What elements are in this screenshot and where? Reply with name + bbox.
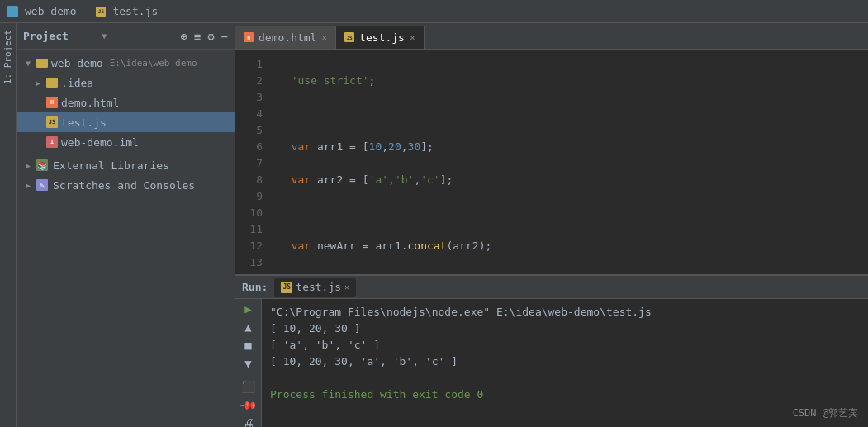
tree-label-scratches: Scratches and Consoles [53,179,195,192]
code-line-4: var arr2 = ['a','b','c']; [278,172,858,188]
tab-icon-js: JS [344,32,354,42]
wrap-button[interactable]: ⬛ [240,380,258,393]
folder-icon-webdemo [36,59,48,68]
project-panel: Project ▼ ⊕ ≡ ⚙ − ▼ web-demo E:\idea\web… [17,23,235,427]
line-numbers: 1 2 3 4 5 6 7 8 9 10 11 12 13 [235,50,268,274]
arrow-scratches: ▶ [23,180,33,190]
file-icon-testjs: JS [46,116,58,128]
project-tree: ▼ web-demo E:\idea\web-demo ▶ .idea ▶ H … [17,50,235,427]
file-icon-extlib: 📚 [36,159,48,171]
tree-item-webdemo[interactable]: ▼ web-demo E:\idea\web-demo [17,53,235,73]
editor-tabs: H demo.html ✕ JS test.js ✕ [235,23,868,50]
tree-item-idea[interactable]: ▶ .idea [17,73,235,93]
tree-item-extlib[interactable]: ▶ 📚 External Libraries [17,155,235,175]
file-icon-demohtml: H [46,97,58,108]
tree-label-testjs: test.js [61,116,107,129]
panel-dropdown-icon[interactable]: ▼ [102,31,175,40]
main-content: 1: Project Project ▼ ⊕ ≡ ⚙ − ▼ web-demo … [0,23,868,427]
app-icon [7,6,18,17]
tree-path-webdemo: E:\idea\web-demo [110,58,197,69]
tab-close-testjs[interactable]: ✕ [410,32,415,43]
bottom-panel: Run: JS test.js ✕ ▶ ▲ ■ ▼ ⬛ 📌 🖨 [235,274,868,427]
scroll-down-button[interactable]: ▼ [240,357,258,370]
tree-label-iml: web-demo.iml [61,136,139,149]
tree-item-testjs[interactable]: ▶ JS test.js [17,112,235,132]
console-output: "C:\Program Files\nodejs\node.exe" E:\id… [262,299,868,427]
tab-close-demohtml[interactable]: ✕ [321,32,327,43]
panel-title: Project [23,30,97,42]
code-line-5 [278,205,858,221]
panel-actions: ⊕ ≡ ⚙ − [180,30,228,43]
tree-label-webdemo: web-demo [51,57,103,69]
console-line-3: [ 'a', 'b', 'c' ] [270,337,860,353]
console-line-1: "C:\Program Files\nodejs\node.exe" E:\id… [270,304,860,320]
scroll-up-button[interactable]: ▲ [240,320,258,334]
code-editor[interactable]: 1 2 3 4 5 6 7 8 9 10 11 12 13 'use stric… [235,50,868,274]
run-label: Run: [242,281,268,293]
tab-icon-html: H [244,32,254,42]
bottom-sidebar: ▶ ▲ ■ ▼ ⬛ 📌 🖨 [235,299,262,427]
vertical-tab-bar: 1: Project [0,23,17,427]
bottom-tabs-bar: Run: JS test.js ✕ [235,276,868,299]
run-button[interactable]: ▶ [240,302,258,316]
panel-action-minimize[interactable]: − [221,30,228,43]
code-line-2 [278,106,858,122]
tab-demohtml[interactable]: H demo.html ✕ [235,26,336,49]
editor-area: H demo.html ✕ JS test.js ✕ 1 2 3 4 5 6 7… [235,23,868,427]
print-button[interactable]: 🖨 [240,416,258,427]
bottom-tab-testjs[interactable]: JS test.js ✕ [274,278,356,297]
arrow-webdemo: ▼ [23,58,33,68]
file-icon-scratches: ✎ [36,179,48,191]
vertical-tab-project[interactable]: 1: Project [1,26,15,88]
code-line-1: 'use strict'; [278,73,858,89]
arrow-extlib: ▶ [23,160,33,170]
tree-item-demohtml[interactable]: ▶ H demo.html [17,93,235,112]
stop-button[interactable]: ■ [240,339,258,352]
title-bar: web-demo – JS test.js [0,0,868,23]
bottom-tab-label-testjs: test.js [296,281,341,293]
pin-button[interactable]: 📌 [237,394,259,416]
tree-label-idea: .idea [61,77,93,89]
title-sep: – [83,5,90,17]
watermark: CSDN @郭艺宾 [793,406,858,420]
arrow-idea: ▶ [33,78,43,88]
tree-item-iml[interactable]: ▶ I web-demo.iml [17,132,235,152]
panel-action-target[interactable]: ⊕ [180,30,187,43]
bottom-tab-close[interactable]: ✕ [344,282,349,292]
code-line-6: var newArr = arr1.concat(arr2); [278,238,858,254]
console-line-4: [ 10, 20, 30, 'a', 'b', 'c' ] [270,353,860,370]
tree-item-scratches[interactable]: ▶ ✎ Scratches and Consoles [17,175,235,195]
console-line-2: [ 10, 20, 30 ] [270,320,860,337]
code-line-3: var arr1 = [10,20,30]; [278,139,858,155]
panel-action-collapse[interactable]: ≡ [194,30,201,43]
bottom-content: ▶ ▲ ■ ▼ ⬛ 📌 🖨 "C:\Program Files\nodejs\n… [235,299,868,427]
title-file-icon: JS [96,7,106,17]
title-project: web-demo [25,5,77,17]
tree-label-extlib: External Libraries [53,159,169,172]
panel-header: Project ▼ ⊕ ≡ ⚙ − [17,23,235,50]
console-line-6: Process finished with exit code 0 [270,387,860,403]
file-icon-iml: I [46,136,58,148]
bottom-tab-icon-js: JS [281,282,292,293]
tab-label-demohtml: demo.html [259,31,316,44]
panel-action-settings[interactable]: ⚙ [207,30,214,43]
tab-testjs[interactable]: JS test.js ✕ [336,26,424,49]
folder-icon-idea [46,78,58,88]
console-line-5 [270,370,860,387]
tab-label-testjs: test.js [359,31,405,44]
title-file: test.js [112,5,158,17]
code-content[interactable]: 'use strict'; var arr1 = [10,20,30]; var… [268,50,868,274]
tree-label-demohtml: demo.html [61,97,119,109]
